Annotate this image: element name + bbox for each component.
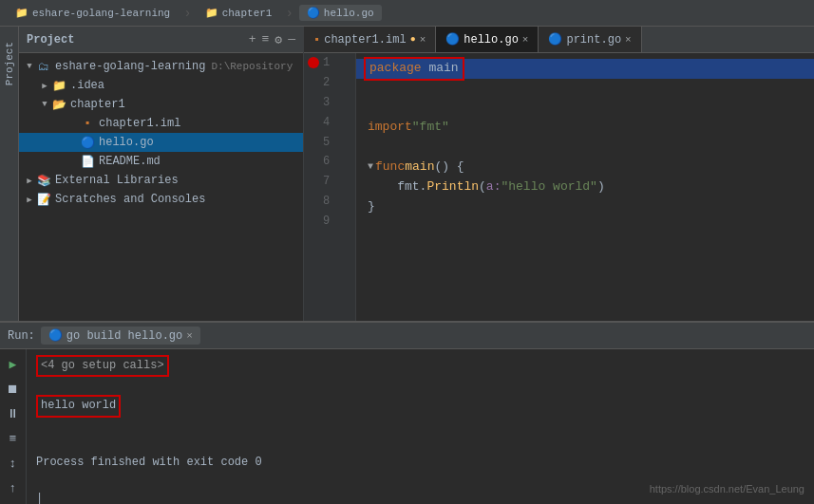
tree-label-hellgo: hello.go <box>99 136 154 149</box>
left-tab[interactable]: Project <box>0 27 19 321</box>
menu-icon[interactable]: ≡ <box>262 32 270 47</box>
tab-printgo[interactable]: 🔵 print.go × <box>539 27 641 52</box>
run-scroll-btn[interactable]: ↕ <box>4 454 23 473</box>
run-toolbar: Run: 🔵 go build hello.go × <box>0 323 814 349</box>
output-line-setup: <4 go setup calls> <box>36 355 805 377</box>
line-num-2: 2 <box>323 76 330 89</box>
fold-arrow-6[interactable]: ▼ <box>368 159 373 175</box>
tab-go-close[interactable]: × <box>522 34 529 46</box>
run-up-btn[interactable]: ↑ <box>4 478 23 497</box>
watermark: https://blog.csdn.net/Evan_Leung <box>650 483 805 495</box>
tree-arrow-idea: ▶ <box>38 79 51 92</box>
lib-icon: 📚 <box>36 173 51 188</box>
tab-hellgo[interactable]: 🔵 hello.go × <box>436 27 539 52</box>
title-project[interactable]: 📁 eshare-golang-learning <box>8 5 178 21</box>
tree-arrow-root: ▼ <box>23 60 36 73</box>
println-paren: ( <box>479 177 486 197</box>
code-line-6: ▼ func main () { <box>368 158 803 177</box>
title-bar: 📁 eshare-golang-learning › 📁 chapter1 › … <box>0 0 814 27</box>
sidebar: Project + ≡ ⚙ — ▼ 🗂 eshare-golang-learni… <box>19 27 304 321</box>
line-num-4: 4 <box>323 116 330 129</box>
kw-import: import <box>368 118 412 138</box>
println-close: ) <box>597 177 605 197</box>
run-pause-btn[interactable]: ⏸ <box>4 404 23 423</box>
tree-label-extlibs: External Libraries <box>55 174 179 187</box>
tree-arrow-chapter1: ▼ <box>38 98 51 111</box>
code-line-7: fmt. Println ( a: "hello world" ) <box>368 177 803 197</box>
tree-label-chapter1: chapter1 <box>70 98 125 111</box>
output-line-process: Process finished with exit code 0 <box>36 454 805 472</box>
println-name: Println <box>426 177 479 197</box>
line-num-3: 3 <box>323 96 330 109</box>
tab-chapter1iml[interactable]: ▪ chapter1.iml ● × <box>304 27 436 52</box>
go-file-icon: 🔵 <box>307 7 320 19</box>
title-file[interactable]: 🔵 hello.go <box>299 5 382 21</box>
run-content: ▶ ⏹ ⏸ ≡ ↕ ↑ 📌 🗑 <4 go setup calls> hello… <box>0 349 814 504</box>
tree-path-root: D:\Repository <box>211 61 293 72</box>
gutter-line-4: 4 <box>304 112 355 132</box>
run-play-btn[interactable]: ▶ <box>4 355 23 374</box>
output-setup-box: <4 go setup calls> <box>36 355 169 377</box>
gutter-line-2: 2 <box>304 73 355 93</box>
project-icon: 🗂 <box>36 59 51 74</box>
fmt-call: fmt. <box>397 177 426 197</box>
minimize-icon[interactable]: — <box>288 32 295 47</box>
top-section: Project Project + ≡ ⚙ — ▼ 🗂 eshare-golan… <box>0 27 814 321</box>
tree-arrow-scratches: ▶ <box>23 193 36 206</box>
iml-icon: ▪ <box>80 116 95 131</box>
tree-label-readme: README.md <box>99 155 161 168</box>
settings-icon[interactable]: ⚙ <box>274 32 282 47</box>
code-line-4: import "fmt" <box>368 118 803 138</box>
title-chapter[interactable]: 📁 chapter1 <box>198 5 280 21</box>
code-editor[interactable]: package main import "fmt" <box>356 53 814 321</box>
line-num-8: 8 <box>323 195 330 208</box>
tab-iml-icon: ▪ <box>313 33 320 47</box>
tree-item-scratches[interactable]: ▶ 📝 Scratches and Consoles <box>19 190 303 209</box>
kw-package: package <box>369 61 422 75</box>
sidebar-title: Project <box>27 33 74 47</box>
run-tab[interactable]: 🔵 go build hello.go × <box>41 327 200 345</box>
tree-item-chapter1[interactable]: ▼ 📂 chapter1 <box>19 95 303 114</box>
gutter-line-7: 7 <box>304 172 355 192</box>
kw-func: func <box>375 158 405 177</box>
add-icon[interactable]: + <box>249 32 256 47</box>
tree-item-chapter1iml[interactable]: ▪ chapter1.iml <box>19 114 303 133</box>
run-tab-icon: 🔵 <box>48 328 63 343</box>
title-file-label: hello.go <box>324 8 374 19</box>
no-arrow-go <box>66 136 80 149</box>
tab-iml-dirty: ● <box>410 34 416 45</box>
tree-label-idea: .idea <box>70 79 104 92</box>
editor-area: ▪ chapter1.iml ● × 🔵 hello.go × 🔵 print.… <box>304 27 814 321</box>
run-stop-btn[interactable]: ⏹ <box>4 380 23 399</box>
run-output: <4 go setup calls> hello world Process f… <box>27 349 814 504</box>
left-tab-label[interactable]: Project <box>2 34 17 93</box>
gutter-line-6: 6 <box>304 152 355 172</box>
tree-item-root[interactable]: ▼ 🗂 eshare-golang-learning D:\Repository <box>19 57 303 76</box>
tree-item-ext-libs[interactable]: ▶ 📚 External Libraries <box>19 171 303 190</box>
hellgo-icon: 🔵 <box>80 135 95 150</box>
run-tab-label: go build hello.go <box>66 329 182 343</box>
pkg-name: main <box>428 61 458 75</box>
chapter-folder-icon: 📁 <box>205 7 218 19</box>
idea-folder-icon: 📁 <box>51 78 66 93</box>
title-sep-2: › <box>285 6 293 21</box>
tree-item-readme[interactable]: 📄 README.md <box>19 152 303 171</box>
gutter-line-8: 8 <box>304 192 355 212</box>
output-line-result: hello world <box>36 395 805 417</box>
breakpoint-1[interactable] <box>308 57 319 68</box>
folder-icon: 📁 <box>15 7 28 19</box>
println-str: "hello world" <box>501 177 596 197</box>
tab-iml-close[interactable]: × <box>420 34 426 46</box>
sidebar-header: Project + ≡ ⚙ — <box>19 27 303 53</box>
tab-print-close[interactable]: × <box>625 34 632 46</box>
tree-item-hellgo[interactable]: 🔵 hello.go <box>19 133 303 152</box>
run-tab-close[interactable]: × <box>186 330 193 342</box>
run-menu-btn[interactable]: ≡ <box>4 429 23 448</box>
gutter-line-9: 9 <box>304 211 355 231</box>
tree-item-idea[interactable]: ▶ 📁 .idea <box>19 76 303 95</box>
title-sep-1: › <box>183 6 191 21</box>
chapter1-folder-icon: 📂 <box>51 97 66 112</box>
close-brace: } <box>368 197 375 217</box>
editor-tabs: ▪ chapter1.iml ● × 🔵 hello.go × 🔵 print.… <box>304 27 814 53</box>
gutter-line-3: 3 <box>304 93 355 113</box>
